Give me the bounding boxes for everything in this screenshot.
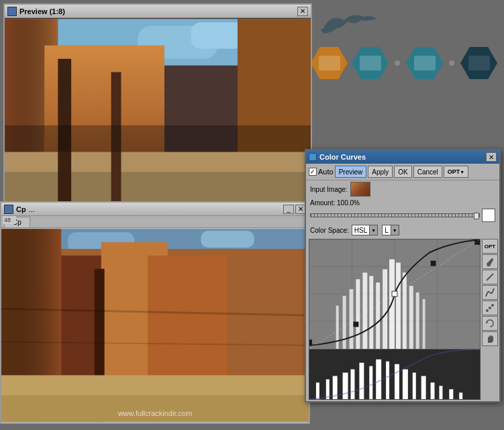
svg-rect-2	[191, 22, 244, 49]
preview-window-icon	[7, 7, 17, 16]
svg-rect-47	[309, 339, 312, 345]
svg-point-57	[489, 307, 491, 309]
curve-graph[interactable]	[309, 239, 481, 350]
bird-silhouette	[317, 7, 378, 44]
cp-window: Cp ... _ ✕ Cp 48	[0, 201, 310, 424]
amount-slider-row	[306, 208, 499, 223]
svg-rect-48	[353, 321, 358, 327]
preview-title: Preview (1:8)	[19, 7, 65, 15]
dialog-icon	[309, 153, 317, 161]
svg-rect-38	[369, 276, 373, 349]
opt-button[interactable]: OPT▼	[444, 166, 468, 178]
node-tool-button[interactable]	[482, 301, 498, 315]
waveform-section	[309, 350, 481, 400]
ok-button[interactable]: OK	[394, 166, 411, 178]
svg-rect-43	[403, 272, 407, 349]
channel-value: L	[383, 227, 391, 234]
slider-ticks	[310, 213, 480, 218]
svg-rect-35	[350, 289, 354, 349]
apply-button[interactable]: Apply	[368, 166, 393, 178]
preview-window: Preview (1:8) ✕	[3, 3, 312, 207]
svg-rect-33	[336, 306, 339, 349]
hex-dark	[460, 47, 497, 79]
input-image-label: Input Image:	[310, 186, 348, 193]
hex-connector-2	[447, 47, 456, 79]
cp-tab-strip: Cp 48	[1, 216, 309, 228]
color-curves-dialog: Color Curves ✕ ✓ Auto Preview Apply OK C…	[305, 149, 501, 402]
svg-rect-45	[416, 292, 419, 349]
amount-label: Amount: 100.0%	[310, 199, 360, 207]
colorspace-dropdown[interactable]: HSL ▼	[352, 225, 378, 235]
svg-rect-40	[383, 269, 387, 349]
svg-rect-46	[423, 299, 425, 349]
curve-area-wrapper: OPT	[309, 239, 481, 400]
reset-tool-button[interactable]	[482, 316, 498, 331]
hex-teal-2	[406, 47, 443, 79]
svg-rect-12	[5, 125, 311, 152]
colorspace-arrow[interactable]: ▼	[369, 225, 377, 235]
curve-right-toolbar: OPT	[482, 239, 498, 346]
svg-rect-39	[376, 282, 380, 349]
preview-image-area	[5, 18, 311, 206]
cp-image-area: www.fullcrackindir.com	[1, 228, 309, 423]
input-image-thumbnail	[350, 182, 370, 197]
svg-rect-9	[5, 172, 311, 205]
opt-tool-button[interactable]: OPT	[482, 239, 498, 254]
preview-titlebar: Preview (1:8) ✕	[5, 5, 311, 18]
pencil-tool-button[interactable]	[482, 254, 498, 269]
auto-label: Auto	[318, 168, 334, 176]
colorspace-row: Color Space: HSL ▼ L ▼	[306, 223, 499, 237]
amount-row: Amount: 100.0%	[306, 198, 499, 208]
dialog-titlebar: Color Curves ✕	[306, 150, 499, 164]
hex-decorations	[311, 10, 497, 79]
svg-rect-34	[343, 296, 346, 349]
channel-arrow[interactable]: ▼	[391, 225, 399, 235]
svg-point-56	[486, 309, 489, 312]
svg-rect-24	[1, 395, 309, 422]
preview-button[interactable]: Preview	[335, 166, 367, 178]
auto-checkbox-label[interactable]: ✓ Auto	[309, 168, 334, 176]
cp-titlebar: Cp ... _ ✕	[1, 203, 309, 216]
line-number: 48	[3, 216, 16, 224]
hex-orange	[311, 47, 348, 79]
dialog-title: Color Curves	[319, 153, 366, 161]
hand-tool-button[interactable]	[482, 331, 498, 346]
svg-rect-42	[396, 263, 401, 349]
hex-teal-1	[352, 47, 389, 79]
colorspace-label: Color Space:	[310, 227, 349, 234]
svg-rect-50	[431, 261, 436, 266]
curve-tool-button[interactable]	[482, 285, 498, 300]
svg-rect-44	[409, 286, 413, 349]
line-tool-button[interactable]	[482, 270, 498, 284]
dialog-toolbar: ✓ Auto Preview Apply OK Cancel OPT▼	[306, 164, 499, 180]
svg-rect-36	[356, 279, 360, 349]
preview-close-button[interactable]: ✕	[297, 7, 308, 16]
channel-dropdown[interactable]: L ▼	[382, 225, 399, 235]
hex-connector	[393, 47, 402, 79]
auto-checkbox[interactable]: ✓	[309, 168, 317, 176]
svg-line-55	[487, 274, 493, 280]
watermark: www.fullcrackindir.com	[118, 409, 193, 417]
cancel-button[interactable]: Cancel	[413, 166, 442, 178]
svg-rect-15	[201, 231, 254, 248]
dialog-close-button[interactable]: ✕	[486, 152, 497, 162]
cp-minimize-button[interactable]: _	[283, 205, 294, 214]
cp-title-extra: ...	[29, 205, 35, 213]
amount-white-swatch	[482, 209, 495, 222]
svg-rect-37	[362, 272, 367, 349]
input-image-row: Input Image:	[306, 180, 499, 198]
cp-title: Cp	[16, 205, 26, 213]
colorspace-value: HSL	[352, 227, 369, 234]
svg-point-58	[491, 304, 494, 307]
amount-slider[interactable]	[310, 213, 480, 217]
cp-window-icon	[4, 205, 13, 214]
slider-thumb[interactable]	[474, 213, 479, 219]
